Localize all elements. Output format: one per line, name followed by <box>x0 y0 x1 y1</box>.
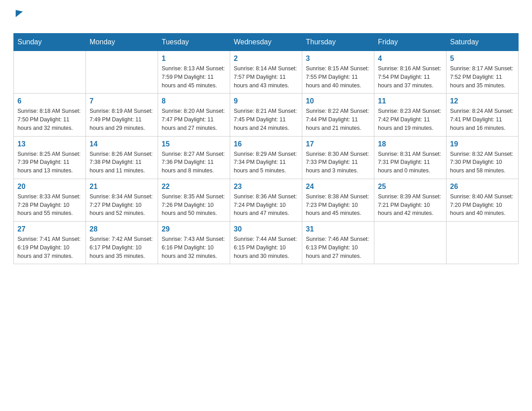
header-saturday: Saturday <box>446 34 519 51</box>
calendar-body: 1Sunrise: 8:13 AM Sunset: 7:59 PM Daylig… <box>14 51 519 264</box>
cell-w5-d1: 27Sunrise: 7:41 AM Sunset: 6:19 PM Dayli… <box>14 222 86 264</box>
cell-w2-d6: 11Sunrise: 8:23 AM Sunset: 7:42 PM Dayli… <box>374 94 446 136</box>
day-info: Sunrise: 8:14 AM Sunset: 7:57 PM Dayligh… <box>234 64 298 90</box>
cell-w3-d5: 17Sunrise: 8:30 AM Sunset: 7:33 PM Dayli… <box>302 136 374 179</box>
day-number: 29 <box>162 225 226 233</box>
day-info: Sunrise: 8:15 AM Sunset: 7:55 PM Dayligh… <box>306 64 370 90</box>
logo-arrow-icon <box>16 8 23 17</box>
cell-w3-d7: 19Sunrise: 8:32 AM Sunset: 7:30 PM Dayli… <box>446 136 519 179</box>
day-number: 7 <box>90 97 154 105</box>
day-info: Sunrise: 8:32 AM Sunset: 7:30 PM Dayligh… <box>450 150 515 175</box>
day-number: 26 <box>450 183 515 191</box>
day-info: Sunrise: 8:26 AM Sunset: 7:38 PM Dayligh… <box>90 150 154 175</box>
header-tuesday: Tuesday <box>158 34 230 51</box>
header-wednesday: Wednesday <box>230 34 302 51</box>
cell-w2-d7: 12Sunrise: 8:24 AM Sunset: 7:41 PM Dayli… <box>446 94 519 136</box>
cell-w2-d2: 7Sunrise: 8:19 AM Sunset: 7:49 PM Daylig… <box>86 94 158 136</box>
day-number: 1 <box>162 55 226 63</box>
cell-w2-d4: 9Sunrise: 8:21 AM Sunset: 7:45 PM Daylig… <box>230 94 302 136</box>
day-number: 24 <box>306 183 370 191</box>
day-number: 10 <box>306 97 370 105</box>
cell-w4-d7: 26Sunrise: 8:40 AM Sunset: 7:20 PM Dayli… <box>446 179 519 221</box>
day-info: Sunrise: 8:36 AM Sunset: 7:24 PM Dayligh… <box>234 193 298 218</box>
cell-w2-d3: 8Sunrise: 8:20 AM Sunset: 7:47 PM Daylig… <box>158 94 230 136</box>
day-info: Sunrise: 8:24 AM Sunset: 7:41 PM Dayligh… <box>450 107 515 132</box>
header-thursday: Thursday <box>302 34 374 51</box>
week-row-5: 27Sunrise: 7:41 AM Sunset: 6:19 PM Dayli… <box>14 222 519 264</box>
cell-w4-d2: 21Sunrise: 8:34 AM Sunset: 7:27 PM Dayli… <box>86 179 158 221</box>
cell-w4-d5: 24Sunrise: 8:38 AM Sunset: 7:23 PM Dayli… <box>302 179 374 221</box>
day-number: 16 <box>234 140 298 148</box>
cell-w3-d2: 14Sunrise: 8:26 AM Sunset: 7:38 PM Dayli… <box>86 136 158 179</box>
day-number: 30 <box>234 225 298 233</box>
cell-w5-d5: 31Sunrise: 7:46 AM Sunset: 6:13 PM Dayli… <box>302 222 374 264</box>
cell-w5-d2: 28Sunrise: 7:42 AM Sunset: 6:17 PM Dayli… <box>86 222 158 264</box>
day-number: 5 <box>450 55 515 63</box>
day-info: Sunrise: 7:42 AM Sunset: 6:17 PM Dayligh… <box>90 235 154 260</box>
day-info: Sunrise: 8:21 AM Sunset: 7:45 PM Dayligh… <box>234 107 298 132</box>
page-header <box>13 9 519 29</box>
day-info: Sunrise: 7:43 AM Sunset: 6:16 PM Dayligh… <box>162 235 226 260</box>
day-number: 28 <box>90 225 154 233</box>
day-info: Sunrise: 8:20 AM Sunset: 7:47 PM Dayligh… <box>162 107 226 132</box>
day-number: 18 <box>378 140 442 148</box>
week-row-1: 1Sunrise: 8:13 AM Sunset: 7:59 PM Daylig… <box>14 51 519 94</box>
day-info: Sunrise: 7:41 AM Sunset: 6:19 PM Dayligh… <box>17 235 82 260</box>
day-number: 11 <box>378 97 442 105</box>
week-row-4: 20Sunrise: 8:33 AM Sunset: 7:28 PM Dayli… <box>14 179 519 221</box>
day-info: Sunrise: 8:34 AM Sunset: 7:27 PM Dayligh… <box>90 193 154 218</box>
day-info: Sunrise: 8:33 AM Sunset: 7:28 PM Dayligh… <box>17 193 82 218</box>
cell-w4-d3: 22Sunrise: 8:35 AM Sunset: 7:26 PM Dayli… <box>158 179 230 221</box>
day-number: 25 <box>378 183 442 191</box>
day-info: Sunrise: 8:27 AM Sunset: 7:36 PM Dayligh… <box>162 150 226 175</box>
day-info: Sunrise: 8:40 AM Sunset: 7:20 PM Dayligh… <box>450 193 515 218</box>
day-number: 19 <box>450 140 515 148</box>
day-info: Sunrise: 8:25 AM Sunset: 7:39 PM Dayligh… <box>17 150 82 175</box>
cell-w1-d1 <box>14 51 86 94</box>
cell-w1-d5: 3Sunrise: 8:15 AM Sunset: 7:55 PM Daylig… <box>302 51 374 94</box>
day-info: Sunrise: 8:22 AM Sunset: 7:44 PM Dayligh… <box>306 107 370 132</box>
day-number: 17 <box>306 140 370 148</box>
day-info: Sunrise: 8:13 AM Sunset: 7:59 PM Dayligh… <box>162 64 226 90</box>
day-info: Sunrise: 8:23 AM Sunset: 7:42 PM Dayligh… <box>378 107 442 132</box>
day-info: Sunrise: 7:44 AM Sunset: 6:15 PM Dayligh… <box>234 235 298 260</box>
cell-w1-d4: 2Sunrise: 8:14 AM Sunset: 7:57 PM Daylig… <box>230 51 302 94</box>
cell-w3-d3: 15Sunrise: 8:27 AM Sunset: 7:36 PM Dayli… <box>158 136 230 179</box>
day-info: Sunrise: 8:17 AM Sunset: 7:52 PM Dayligh… <box>450 64 515 90</box>
day-info: Sunrise: 8:39 AM Sunset: 7:21 PM Dayligh… <box>378 193 442 218</box>
day-number: 20 <box>17 183 82 191</box>
logo <box>13 9 23 29</box>
day-info: Sunrise: 8:29 AM Sunset: 7:34 PM Dayligh… <box>234 150 298 175</box>
header-monday: Monday <box>86 34 158 51</box>
day-number: 9 <box>234 97 298 105</box>
cell-w5-d6 <box>374 222 446 264</box>
cell-w5-d7 <box>446 222 519 264</box>
day-number: 6 <box>17 97 82 105</box>
day-number: 14 <box>90 140 154 148</box>
week-row-3: 13Sunrise: 8:25 AM Sunset: 7:39 PM Dayli… <box>14 136 519 179</box>
day-number: 22 <box>162 183 226 191</box>
header-sunday: Sunday <box>14 34 86 51</box>
day-number: 2 <box>234 55 298 63</box>
day-number: 27 <box>17 225 82 233</box>
day-info: Sunrise: 8:31 AM Sunset: 7:31 PM Dayligh… <box>378 150 442 175</box>
cell-w1-d2 <box>86 51 158 94</box>
day-number: 12 <box>450 97 515 105</box>
calendar-table: SundayMondayTuesdayWednesdayThursdayFrid… <box>13 33 519 264</box>
day-number: 8 <box>162 97 226 105</box>
day-info: Sunrise: 8:19 AM Sunset: 7:49 PM Dayligh… <box>90 107 154 132</box>
calendar-header: SundayMondayTuesdayWednesdayThursdayFrid… <box>14 34 519 51</box>
header-row: SundayMondayTuesdayWednesdayThursdayFrid… <box>14 34 519 51</box>
header-friday: Friday <box>374 34 446 51</box>
cell-w4-d6: 25Sunrise: 8:39 AM Sunset: 7:21 PM Dayli… <box>374 179 446 221</box>
day-number: 15 <box>162 140 226 148</box>
day-number: 31 <box>306 225 370 233</box>
day-info: Sunrise: 7:46 AM Sunset: 6:13 PM Dayligh… <box>306 235 370 260</box>
day-number: 3 <box>306 55 370 63</box>
cell-w2-d1: 6Sunrise: 8:18 AM Sunset: 7:50 PM Daylig… <box>14 94 86 136</box>
cell-w1-d7: 5Sunrise: 8:17 AM Sunset: 7:52 PM Daylig… <box>446 51 519 94</box>
cell-w2-d5: 10Sunrise: 8:22 AM Sunset: 7:44 PM Dayli… <box>302 94 374 136</box>
cell-w4-d4: 23Sunrise: 8:36 AM Sunset: 7:24 PM Dayli… <box>230 179 302 221</box>
cell-w4-d1: 20Sunrise: 8:33 AM Sunset: 7:28 PM Dayli… <box>14 179 86 221</box>
cell-w5-d4: 30Sunrise: 7:44 AM Sunset: 6:15 PM Dayli… <box>230 222 302 264</box>
